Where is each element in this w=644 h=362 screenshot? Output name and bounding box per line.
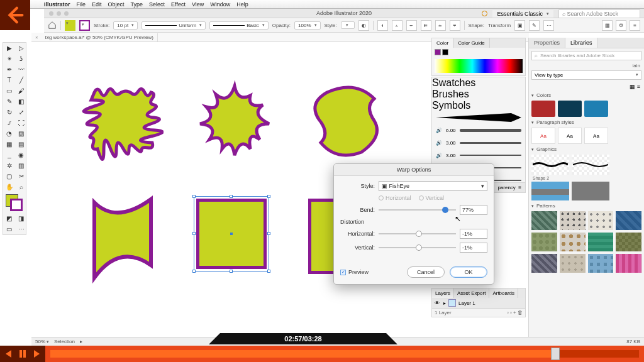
pattern-1[interactable] — [531, 211, 557, 230]
align-bottom-icon[interactable]: ⫧ — [450, 20, 460, 31]
shape-builder-tool[interactable]: ◔ — [3, 128, 15, 139]
artwork-square-rough[interactable] — [82, 80, 164, 162]
color-fill-swatch[interactable] — [435, 49, 441, 55]
graphic-gray[interactable] — [572, 182, 609, 200]
artwork-blob[interactable] — [299, 77, 393, 165]
stock-search[interactable]: ⌕ Search Adobe Stock — [558, 9, 640, 18]
pattern-9[interactable] — [531, 254, 557, 273]
gpu-icon[interactable]: ⚙ — [616, 20, 626, 31]
direct-selection-tool[interactable]: ▷ — [15, 43, 27, 53]
symbols-tab[interactable]: Symbols — [432, 100, 525, 111]
align-right-icon[interactable]: ⫟ — [406, 20, 417, 31]
list-view-icon[interactable]: ≡ — [637, 84, 640, 90]
bend-value[interactable]: 77% — [460, 205, 487, 215]
color-spectrum[interactable] — [435, 59, 523, 73]
paragraph-section[interactable]: Paragraph styles — [529, 118, 644, 126]
recolor-icon[interactable]: ◐ — [358, 20, 369, 31]
zoom-level[interactable]: 50% — [35, 339, 49, 344]
color-stroke-swatch[interactable] — [442, 49, 448, 55]
rotate-tool[interactable]: ↻ — [3, 107, 15, 118]
lib-color-3[interactable] — [584, 101, 608, 117]
pattern-3[interactable] — [588, 211, 614, 230]
bend-slider[interactable] — [379, 209, 456, 211]
libraries-tab[interactable]: Libraries — [565, 38, 598, 48]
mesh-tool[interactable]: ▦ — [3, 139, 15, 150]
document-tab[interactable]: big workspace.ai* @ 50% (CMYK/GPU Previe… — [42, 33, 158, 41]
discover-icon[interactable] — [482, 11, 487, 16]
menu-help[interactable]: Help — [236, 1, 248, 8]
paintbrush-tool[interactable]: 🖌 — [15, 85, 27, 96]
gradient-tool[interactable]: ▤ — [15, 139, 27, 150]
warp-style-select[interactable]: ▣ FishEye ▾ — [379, 181, 487, 191]
menu-effect[interactable]: Effect — [171, 1, 186, 8]
pattern-4[interactable] — [616, 211, 641, 230]
free-transform-tool[interactable]: ⛶ — [15, 118, 27, 128]
pattern-10[interactable] — [560, 254, 586, 273]
prefs-icon[interactable]: ≡ — [630, 20, 640, 31]
visibility-icon[interactable]: 👁 — [435, 300, 441, 306]
perspective-tool[interactable]: ▨ — [15, 128, 27, 139]
menu-select[interactable]: Select — [149, 1, 165, 8]
graphic-cross[interactable] — [531, 182, 569, 200]
menu-type[interactable]: Type — [131, 1, 143, 8]
color-guide-tab[interactable]: Color Guide — [453, 38, 490, 48]
pattern-2[interactable] — [560, 211, 586, 230]
shaper-tool[interactable]: ✎ — [3, 96, 15, 107]
transform-link[interactable]: Transform — [488, 23, 511, 28]
artboards-tab[interactable]: Artboards — [489, 288, 518, 298]
style-field[interactable] — [341, 21, 355, 29]
ok-button[interactable]: OK — [450, 266, 487, 278]
graphics-section[interactable]: Graphics — [529, 145, 644, 153]
patterns-section[interactable]: Patterns — [529, 202, 644, 210]
slice-tool[interactable]: ✂ — [15, 171, 27, 182]
layers-footer-icons[interactable]: ▫ ▫ + 🗑 — [507, 310, 523, 315]
h-distort-slider[interactable] — [379, 233, 456, 234]
swatches-tab[interactable]: Swatches — [432, 77, 525, 89]
colors-section[interactable]: Colors — [529, 91, 644, 99]
pattern-11[interactable] — [588, 254, 614, 273]
screen-mode[interactable]: ▭ — [3, 224, 15, 234]
prev-button[interactable] — [0, 346, 15, 362]
menu-file[interactable]: File — [77, 1, 86, 8]
artwork-partial-square[interactable] — [308, 199, 333, 274]
menu-window[interactable]: Window — [210, 1, 230, 8]
lasso-tool[interactable]: ʖ — [15, 53, 27, 64]
graphic-2[interactable] — [572, 155, 609, 175]
magic-wand-tool[interactable]: ✴ — [3, 53, 15, 64]
type-tool[interactable]: T — [3, 75, 15, 85]
width-tool[interactable]: ⎎ — [3, 118, 15, 128]
back-button[interactable] — [0, 0, 30, 30]
pen-tool[interactable]: ✒ — [3, 64, 15, 75]
brush-item[interactable]: 🔊3.00 — [432, 149, 525, 162]
tab-close-icon[interactable]: × — [35, 35, 38, 40]
h-distort-value[interactable]: -1% — [460, 229, 487, 239]
home-icon[interactable] — [48, 21, 57, 30]
pattern-7[interactable] — [588, 233, 614, 251]
lib-color-1[interactable] — [531, 101, 555, 117]
expand-icon[interactable]: ▸ — [443, 300, 446, 306]
view-by-dropdown[interactable]: View by type — [531, 70, 641, 80]
cancel-button[interactable]: Cancel — [407, 266, 445, 278]
grid-view-icon[interactable]: ▦ — [630, 84, 635, 90]
brushes-tab[interactable]: Brushes — [432, 89, 525, 100]
library-account[interactable]: iain — [633, 63, 640, 69]
color-mode-gradient[interactable]: ◨ — [15, 213, 27, 224]
isolate-icon[interactable]: ▣ — [514, 20, 525, 31]
align-left-icon[interactable]: ⫞ — [377, 20, 388, 31]
more-icon[interactable]: ⋯ — [543, 20, 554, 31]
artwork-flag[interactable] — [82, 190, 164, 290]
para-style-3[interactable]: Aa — [584, 128, 608, 144]
scale-tool[interactable]: ⤢ — [15, 107, 27, 118]
workspace-switcher[interactable]: Essentials Classic — [492, 10, 553, 18]
artboard-tool[interactable]: ▢ — [3, 171, 15, 182]
pattern-8[interactable] — [616, 233, 641, 251]
asset-export-tab[interactable]: Asset Export — [454, 288, 489, 298]
next-button[interactable] — [30, 346, 45, 362]
v-distort-value[interactable]: -1% — [460, 243, 487, 253]
pattern-5[interactable] — [531, 233, 557, 251]
artwork-selected-square[interactable] — [194, 196, 269, 272]
menu-object[interactable]: Object — [108, 1, 125, 8]
library-search[interactable]: ⌕ Search libraries and Adobe Stock — [531, 51, 641, 60]
eyedropper-tool[interactable]: ⎯ — [3, 150, 15, 160]
layer-row[interactable]: 👁 ▸ Layer 1 — [432, 298, 525, 308]
